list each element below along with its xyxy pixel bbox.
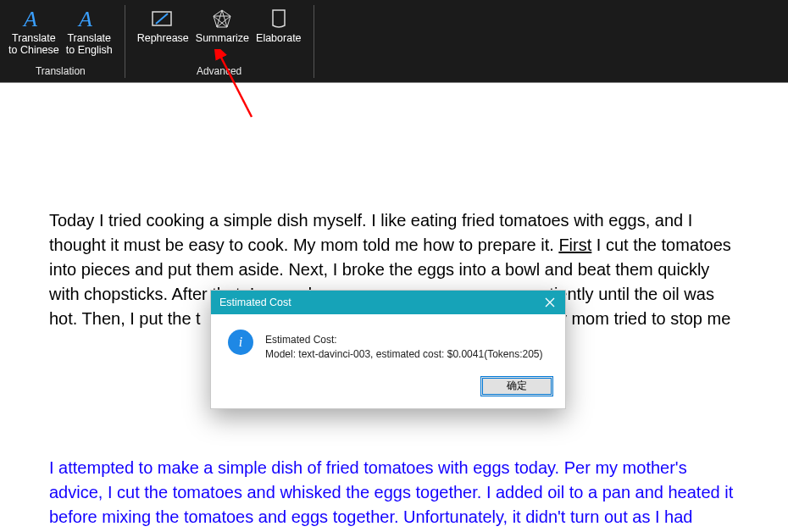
- close-icon: [545, 297, 555, 308]
- dialog-line2: Model: text-davinci-003, estimated cost:…: [265, 347, 543, 362]
- translate-to-english-button[interactable]: A Translate to English: [63, 3, 116, 65]
- elaborate-icon: [265, 7, 292, 30]
- button-label-line1: Summarize: [196, 32, 249, 44]
- dialog-message: Estimated Cost: Model: text-davinci-003,…: [265, 333, 543, 363]
- summarize-icon: [208, 7, 236, 30]
- summary-paragraph[interactable]: I attempted to make a simple dish of fri…: [49, 456, 739, 532]
- dialog-line1: Estimated Cost:: [265, 333, 543, 347]
- rephrase-icon: [149, 7, 176, 30]
- button-label-line1: Rephrease: [137, 32, 189, 44]
- svg-text:A: A: [77, 8, 92, 30]
- underlined-word: First: [558, 236, 591, 254]
- group-translation: A Translate to Chinese A Translate to En…: [0, 0, 121, 82]
- dialog-titlebar[interactable]: Estimated Cost: [211, 291, 565, 314]
- translate-to-chinese-button[interactable]: A Translate to Chinese: [5, 3, 63, 65]
- info-icon: i: [228, 330, 253, 355]
- translate-a-icon: A: [20, 7, 47, 30]
- group-label-advanced: Advanced: [197, 65, 241, 80]
- estimated-cost-dialog: Estimated Cost i Estimated Cost: Model: …: [210, 290, 566, 409]
- summarize-button[interactable]: Summarize: [192, 3, 252, 65]
- close-button[interactable]: [535, 291, 565, 314]
- ribbon-toolbar: A Translate to Chinese A Translate to En…: [0, 0, 788, 83]
- button-label-line2: to English: [66, 44, 113, 56]
- svg-text:A: A: [22, 8, 37, 30]
- ok-button[interactable]: 确定: [480, 376, 553, 396]
- group-label-translation: Translation: [36, 65, 86, 80]
- rephrase-button[interactable]: Rephrease: [134, 3, 192, 65]
- group-advanced: Rephrease Summarize Elaborate Advanced: [129, 0, 310, 82]
- button-label-line1: Elaborate: [256, 32, 302, 44]
- group-separator: [125, 5, 125, 78]
- translate-a-icon: A: [75, 7, 103, 30]
- elaborate-button[interactable]: Elaborate: [252, 3, 305, 65]
- button-label-line1: Translate: [12, 32, 56, 44]
- button-label-line2: to Chinese: [8, 44, 59, 56]
- button-label-line1: Translate: [67, 32, 111, 44]
- group-separator: [314, 5, 314, 78]
- dialog-title-text: Estimated Cost: [219, 296, 291, 308]
